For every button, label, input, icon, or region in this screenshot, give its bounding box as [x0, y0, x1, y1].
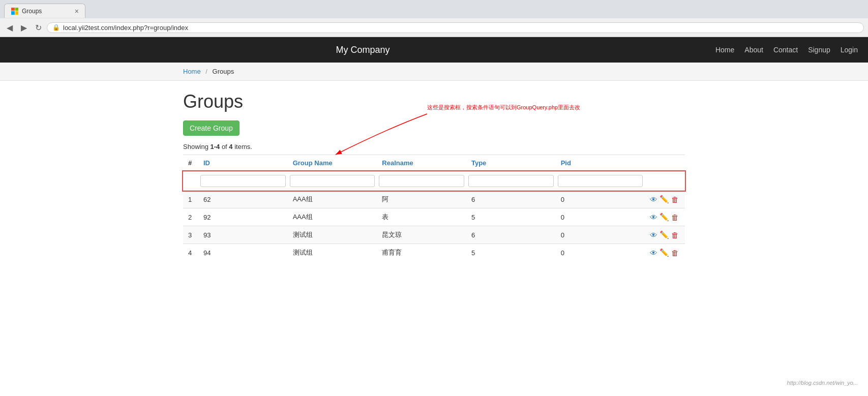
- table-row: 2 92 AAA组 表 5 0 👁 ✏️ 🗑: [183, 208, 685, 226]
- row-pid: 0: [556, 208, 645, 226]
- delete-icon[interactable]: 🗑: [671, 195, 679, 204]
- main-content: Groups Create Group Showing 1-4 of 4 ite…: [0, 81, 868, 271]
- view-icon[interactable]: 👁: [650, 195, 657, 204]
- table-row: 3 93 测试组 昆文琼 6 0 👁 ✏️ 🗑: [183, 226, 685, 244]
- app-header: My Company Home About Contact Signup Log…: [0, 37, 868, 63]
- row-type: 6: [466, 191, 556, 208]
- search-groupname-cell: [288, 171, 377, 191]
- col-hash: #: [183, 155, 198, 172]
- edit-icon[interactable]: ✏️: [660, 195, 669, 204]
- active-tab[interactable]: Groups ×: [4, 4, 85, 18]
- breadcrumb-separator: /: [205, 68, 207, 75]
- lock-icon: 🔒: [52, 24, 60, 31]
- nav-about[interactable]: About: [744, 44, 763, 56]
- row-pid: 0: [556, 226, 645, 244]
- showing-total: 4: [229, 143, 232, 150]
- row-actions: 👁 ✏️ 🗑: [645, 226, 685, 244]
- breadcrumb-home[interactable]: Home: [183, 68, 201, 75]
- row-realname: 甫育育: [377, 244, 466, 262]
- delete-icon[interactable]: 🗑: [671, 249, 679, 257]
- view-icon[interactable]: 👁: [650, 213, 657, 222]
- showing-range: 1-4: [210, 143, 220, 150]
- row-id: 92: [198, 208, 288, 226]
- main-nav: Home About Contact Signup Login: [715, 44, 858, 56]
- create-group-button[interactable]: Create Group: [183, 120, 240, 136]
- search-realname-cell: [377, 171, 466, 191]
- address-bar: ◀ ▶ ↻ 🔒 local.yii2test.com/index.php?r=g…: [0, 18, 868, 37]
- search-hash-cell: [183, 171, 198, 191]
- row-num: 2: [183, 208, 198, 226]
- row-type: 5: [466, 244, 556, 262]
- showing-text: Showing 1-4 of 4 items.: [183, 143, 685, 150]
- nav-login[interactable]: Login: [841, 44, 858, 56]
- delete-icon[interactable]: 🗑: [671, 213, 679, 222]
- col-realname[interactable]: Realname: [377, 155, 466, 172]
- search-type-input[interactable]: [468, 175, 554, 187]
- tab-close-button[interactable]: ×: [75, 7, 79, 15]
- browser-chrome: Groups × ◀ ▶ ↻ 🔒 local.yii2test.com/inde…: [0, 0, 868, 37]
- tab-favicon: [11, 7, 19, 15]
- view-icon[interactable]: 👁: [650, 231, 657, 239]
- breadcrumb-bar: Home / Groups: [0, 63, 868, 81]
- col-pid[interactable]: Pid: [556, 155, 645, 172]
- col-group-name[interactable]: Group Name: [288, 155, 377, 172]
- row-pid: 0: [556, 244, 645, 262]
- table-row: 1 62 AAA组 阿 6 0 👁 ✏️ 🗑: [183, 191, 685, 208]
- showing-prefix: Showing: [183, 143, 210, 150]
- url-text: local.yii2test.com/index.php?r=group/ind…: [63, 24, 188, 32]
- row-id: 62: [198, 191, 288, 208]
- col-type[interactable]: Type: [466, 155, 556, 172]
- row-num: 3: [183, 226, 198, 244]
- view-icon[interactable]: 👁: [650, 249, 657, 257]
- row-realname: 阿: [377, 191, 466, 208]
- row-group-name: 测试组: [288, 226, 377, 244]
- col-id[interactable]: ID: [198, 155, 288, 172]
- showing-suffix: items.: [233, 143, 252, 150]
- search-groupname-input[interactable]: [290, 175, 375, 187]
- row-type: 5: [466, 208, 556, 226]
- url-box[interactable]: 🔒 local.yii2test.com/index.php?r=group/i…: [47, 22, 864, 33]
- row-group-name: 测试组: [288, 244, 377, 262]
- search-id-input[interactable]: [200, 175, 286, 187]
- search-type-cell: [466, 171, 556, 191]
- row-type: 6: [466, 226, 556, 244]
- forward-button[interactable]: ▶: [18, 22, 29, 33]
- row-group-name: AAA组: [288, 208, 377, 226]
- search-id-cell: [198, 171, 288, 191]
- row-id: 94: [198, 244, 288, 262]
- search-pid-input[interactable]: [558, 175, 643, 187]
- nav-home[interactable]: Home: [715, 44, 734, 56]
- row-actions: 👁 ✏️ 🗑: [645, 208, 685, 226]
- tab-title: Groups: [22, 8, 42, 15]
- col-actions: [645, 155, 685, 172]
- nav-contact[interactable]: Contact: [773, 44, 798, 56]
- row-actions: 👁 ✏️ 🗑: [645, 191, 685, 208]
- reload-button[interactable]: ↻: [33, 22, 44, 33]
- annotation-label: 这些是搜索框，搜索条件语句可以到GroupQuery.php里面去改: [427, 104, 580, 111]
- search-actions-cell: [645, 171, 685, 191]
- edit-icon[interactable]: ✏️: [660, 230, 669, 239]
- table-header-row: # ID Group Name Realname Type Pid: [183, 155, 685, 172]
- data-table: # ID Group Name Realname Type Pid: [183, 155, 685, 261]
- row-num: 1: [183, 191, 198, 208]
- row-id: 93: [198, 226, 288, 244]
- row-num: 4: [183, 244, 198, 262]
- back-button[interactable]: ◀: [4, 22, 15, 33]
- row-actions: 👁 ✏️ 🗑: [645, 244, 685, 262]
- annotation-wrapper: 这些是搜索框，搜索条件语句可以到GroupQuery.php里面去改 # ID …: [183, 155, 685, 261]
- table-row: 4 94 测试组 甫育育 5 0 👁 ✏️ 🗑: [183, 244, 685, 262]
- edit-icon[interactable]: ✏️: [660, 212, 669, 222]
- row-pid: 0: [556, 191, 645, 208]
- brand-name[interactable]: My Company: [10, 45, 715, 55]
- row-realname: 昆文琼: [377, 226, 466, 244]
- row-group-name: AAA组: [288, 191, 377, 208]
- search-pid-cell: [556, 171, 645, 191]
- annotation-arrow: [285, 109, 437, 160]
- showing-of: of: [220, 143, 229, 150]
- tab-bar: Groups ×: [0, 0, 868, 18]
- search-realname-input[interactable]: [379, 175, 464, 187]
- row-realname: 表: [377, 208, 466, 226]
- edit-icon[interactable]: ✏️: [660, 248, 669, 257]
- delete-icon[interactable]: 🗑: [671, 231, 679, 239]
- nav-signup[interactable]: Signup: [808, 44, 830, 56]
